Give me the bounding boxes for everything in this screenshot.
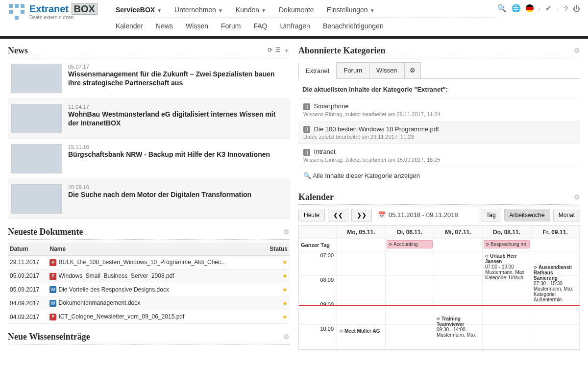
nav-item[interactable]: Einstellungen▼ [327, 6, 375, 14]
globe-icon[interactable]: 🌐 [512, 4, 521, 13]
hour-label: 10:00 [299, 325, 337, 349]
news-date: 11.04.17 [68, 104, 286, 110]
nav-item[interactable]: News [156, 22, 173, 30]
day-header: Mi, 07.11. [434, 226, 483, 239]
current-time-line [299, 305, 580, 306]
refresh-icon[interactable]: ⟳ [268, 47, 272, 55]
news-thumbnail [11, 144, 62, 173]
nav-item[interactable]: Umfragen [280, 22, 310, 30]
language-flag-icon[interactable] [526, 4, 534, 12]
svg-rect-2 [21, 4, 24, 8]
allday-cell[interactable] [337, 239, 386, 251]
day-header: Do, 08.11. [483, 226, 531, 239]
day-column[interactable] [386, 251, 434, 349]
news-item[interactable]: 11.04.17WohnBau Westmünsterland eG digit… [8, 98, 290, 139]
day-column[interactable]: ⟳Meet Müller AG [337, 251, 386, 349]
day-column[interactable]: ⟳Training Teamviewer09:30 - 14:00Musterm… [434, 251, 483, 349]
star-icon[interactable]: ★ [282, 272, 288, 279]
gear-icon[interactable]: ⚙ [283, 333, 290, 341]
nav-item[interactable]: Kalender [116, 22, 143, 30]
file-icon: 𝖶 [49, 286, 56, 293]
list-item[interactable]: ▯ IntranetWissens Eintrag, zuletzt bearb… [298, 144, 580, 167]
col-date[interactable]: Datum [8, 243, 48, 256]
star-icon[interactable]: ★ [282, 259, 288, 266]
news-title: Die Suche nach dem Motor der Digitalen T… [68, 190, 251, 199]
next-button[interactable]: ❯❯ [351, 209, 372, 221]
col-name[interactable]: Name [48, 243, 263, 256]
star-icon[interactable]: ★ [282, 286, 288, 293]
category-intro: Die aktuellsten Inhalte der Kategorie "E… [298, 79, 580, 98]
sub-nav: KalenderNewsWissenForumFAQUmfragenBenach… [116, 19, 497, 33]
allday-cell[interactable] [434, 239, 483, 251]
tab[interactable]: Wissen [369, 62, 405, 78]
search-icon[interactable]: 🔍 [497, 4, 507, 13]
table-row[interactable]: 29.11.2017𝖯BULK_Die_100_besten_Windows_1… [8, 256, 290, 270]
gear-icon[interactable]: ⚙ [574, 193, 580, 201]
event-meeting[interactable]: ⟳Meet Müller AG [338, 327, 384, 347]
nav-item[interactable]: Unternehmen▼ [174, 6, 223, 14]
allday-cell[interactable]: ⟳Accounting [386, 239, 434, 251]
view-week-button[interactable]: Arbeitswoche [504, 209, 550, 221]
table-row[interactable]: 05.09.2017𝖯Windows_Small_Business_Server… [8, 269, 290, 283]
event-training[interactable]: ⟳Training Teamviewer09:30 - 14:00Musterm… [435, 315, 481, 347]
nav-item[interactable]: Benachrichtigungen [323, 22, 384, 30]
news-title: Wissensmanagement für die Zukunft – Zwei… [68, 70, 286, 87]
file-icon: 𝖯 [49, 273, 56, 280]
add-icon[interactable]: ＋ [284, 47, 290, 55]
nav-item[interactable]: Forum [221, 22, 241, 30]
allday-cell[interactable]: ⟳Besprechung mi [483, 239, 531, 251]
nav-item[interactable]: Kunden▼ [236, 6, 266, 14]
help-icon[interactable]: ? [564, 4, 568, 13]
news-item[interactable]: 15.11.16Bürgschaftsbank NRW - Backup mit… [8, 139, 290, 179]
news-item[interactable]: 20.09.16Die Suche nach dem Motor der Dig… [8, 179, 290, 219]
allday-cell[interactable] [531, 239, 580, 251]
news-item[interactable]: 05.07.17Wissensmanagement für die Zukunf… [8, 58, 290, 98]
categories-heading: Abonnierte Kategorien [298, 46, 385, 56]
list-icon[interactable]: ☰ [275, 47, 281, 55]
hour-label: 09:00 [299, 300, 337, 325]
view-month-button[interactable]: Monat [553, 209, 580, 221]
category-tabs: ExtranetForumWissen⚙ [298, 62, 580, 79]
list-item[interactable]: ▯ SmartphoneWissens Eintrag, zuletzt bea… [298, 98, 580, 122]
table-row[interactable]: 04.09.2017𝖶Dokumentenmanagement.docx★ [8, 296, 290, 310]
hour-label: 07:00 [299, 251, 337, 276]
nav-item[interactable]: ServiceBOX▼ [116, 6, 162, 14]
view-day-button[interactable]: Tag [481, 209, 501, 221]
day-column[interactable]: ⟳Aussendienst: Rathaus Sanierung07:30 - … [531, 251, 580, 349]
file-icon: 𝖶 [49, 300, 56, 307]
gear-icon[interactable]: ⚙ [283, 228, 290, 236]
tab[interactable]: Forum [336, 62, 369, 78]
status-ok-icon[interactable]: ✔ [545, 4, 552, 13]
prev-button[interactable]: ❮❮ [328, 209, 348, 221]
power-icon[interactable]: ⏻ [573, 4, 580, 13]
today-button[interactable]: Heute [298, 209, 325, 221]
list-item[interactable]: ▯ Die 100 besten Windows 10 Programme.pd… [298, 122, 580, 145]
nav-item[interactable]: Dokumente [279, 6, 314, 14]
table-row[interactable]: 05.09.2017𝖶Die Vorteile des Responsive D… [8, 283, 290, 296]
nav-item[interactable]: Wissen [186, 22, 208, 30]
main-nav: ServiceBOX▼Unternehmen▼Kunden▼DokumenteE… [116, 3, 497, 17]
news-title: Bürgschaftsbank NRW - Backup mit Hilfe d… [68, 150, 270, 159]
gear-icon[interactable]: ⚙ [574, 47, 580, 55]
svg-rect-5 [15, 16, 19, 20]
day-header: Mo, 05.11. [337, 226, 386, 239]
hour-label: 08:00 [299, 276, 337, 300]
table-row[interactable]: 04.09.2017𝖯ICT_Cologne_Newsletter_vom_09… [8, 310, 290, 324]
tab-settings-icon[interactable]: ⚙ [404, 62, 421, 78]
day-column[interactable]: ⟳Urlaub Herr Jansen07:00 - 13:00Musterma… [483, 251, 531, 349]
date-range[interactable]: 05.11.2018 - 09.11.2018 [389, 211, 458, 219]
svg-rect-1 [15, 4, 19, 8]
tab[interactable]: Extranet [298, 63, 337, 79]
allday-event[interactable]: ⟳Accounting [387, 240, 433, 248]
logo[interactable]: Extranet BOX Daten extern nutzen. [8, 3, 116, 21]
allday-event[interactable]: ⟳Besprechung mi [484, 240, 530, 248]
news-date: 20.09.16 [68, 184, 251, 190]
nav-item[interactable]: FAQ [253, 22, 267, 30]
event-urlaub[interactable]: ⟳Urlaub Herr Jansen07:00 - 13:00Musterma… [484, 252, 530, 311]
show-all-link[interactable]: 🔍 Alle Inhalte dieser Kategorie anzeigen [298, 167, 580, 184]
star-icon[interactable]: ★ [282, 300, 288, 307]
calendar-heading: Kalender [298, 192, 334, 202]
col-status[interactable]: Status [263, 243, 290, 256]
news-thumbnail [11, 104, 62, 133]
star-icon[interactable]: ★ [282, 314, 288, 320]
